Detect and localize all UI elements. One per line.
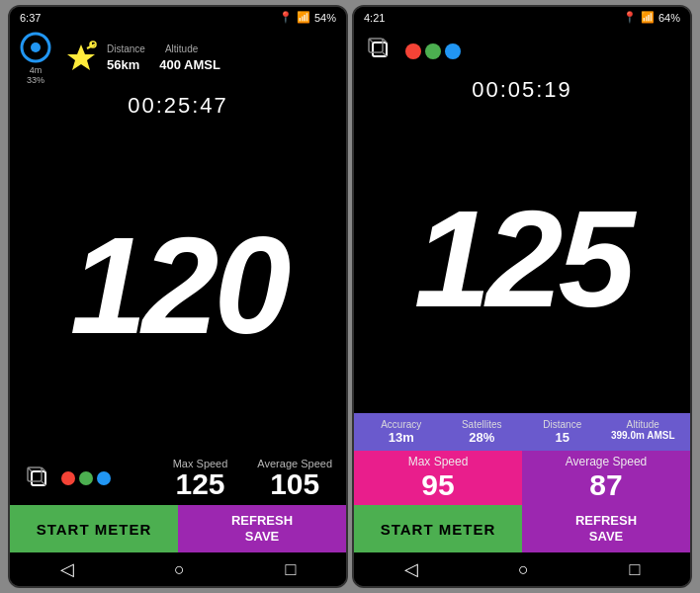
speed-stats-2: Max Speed 95 Average Speed 87 xyxy=(354,451,690,505)
status-bar-2: 4:21 📍 📶 64% xyxy=(354,7,690,28)
timer-2: 00:05:19 xyxy=(354,75,690,105)
phone-1: 6:37 📍 📶 54% 4m 33% xyxy=(8,5,348,588)
avg-speed-stat-1: Average Speed 105 xyxy=(257,458,332,499)
location-icon-1: 📍 xyxy=(279,11,293,24)
red-dot xyxy=(61,471,75,485)
start-meter-button-2[interactable]: START METER xyxy=(354,505,522,552)
svg-marker-2 xyxy=(67,44,95,70)
back-icon-1[interactable]: ◁ xyxy=(60,558,74,580)
avg-speed-stat-2: Average Speed 87 xyxy=(522,451,690,505)
start-meter-button-1[interactable]: START METER xyxy=(10,505,178,552)
icons-col-1: 4m 33% xyxy=(20,32,51,85)
max-speed-stat-1: Max Speed 125 xyxy=(173,458,228,499)
distance-cell: Distance 15 xyxy=(523,419,602,445)
back-icon-2[interactable]: ◁ xyxy=(404,558,418,580)
satellite-icon-1 xyxy=(65,41,97,76)
action-buttons-2: START METER REFRESHSAVE xyxy=(354,505,690,552)
signal-icon-1: 📶 xyxy=(297,11,310,24)
speed-display-2: 125 xyxy=(354,105,690,413)
blue-dot xyxy=(97,471,111,485)
time-1: 6:37 xyxy=(20,12,41,24)
nav-bar-1: ◁ ○ □ xyxy=(10,552,346,586)
svg-point-1 xyxy=(31,42,41,52)
bottom-section-1: Max Speed 125 Average Speed 105 xyxy=(10,452,346,505)
recent-icon-1[interactable]: □ xyxy=(285,559,296,580)
accuracy-1: 4m 33% xyxy=(27,65,44,85)
home-icon-2[interactable]: ○ xyxy=(518,559,529,580)
icons-row-1 xyxy=(24,464,111,493)
red-dot-2 xyxy=(405,43,421,59)
speed-value-2: 125 xyxy=(414,190,631,328)
battery-2: 64% xyxy=(658,12,680,24)
accuracy-cell: Accuracy 13m xyxy=(362,419,441,445)
home-icon-1[interactable]: ○ xyxy=(174,559,185,580)
signal-icon-2: 📶 xyxy=(641,11,655,24)
action-buttons-1: START METER REFRESHSAVE xyxy=(10,505,346,552)
refresh-save-button-2[interactable]: REFRESHSAVE xyxy=(522,505,690,552)
status-bar-1: 6:37 📍 📶 54% xyxy=(10,7,346,28)
info-grid-2: Accuracy 13m Satellites 28% Distance 15 … xyxy=(354,413,690,451)
altitude-cell: Altitude 399.0m AMSL xyxy=(604,419,683,445)
distance-altitude-1: Distance Altitude 56km 400 AMSL xyxy=(107,42,220,74)
satellites-cell: Satellites 28% xyxy=(443,419,522,445)
speed-display-1: 120 xyxy=(10,119,346,452)
gps-icon xyxy=(20,32,51,63)
cube-icon xyxy=(24,464,53,493)
speed-value-1: 120 xyxy=(70,216,287,355)
top-info-2 xyxy=(354,28,690,75)
time-2: 4:21 xyxy=(364,12,385,24)
max-speed-stat-2: Max Speed 95 xyxy=(354,451,522,505)
recent-icon-2[interactable]: □ xyxy=(629,559,640,580)
timer-1: 00:25:47 xyxy=(10,89,346,119)
top-info-1: 4m 33% Distance Altitude 56km xyxy=(10,28,346,89)
bottom-stats-1: Max Speed 125 Average Speed 105 xyxy=(173,458,332,499)
location-icon-2: 📍 xyxy=(623,11,637,24)
green-dot xyxy=(79,471,93,485)
nav-bar-2: ◁ ○ □ xyxy=(354,552,690,586)
blue-dot-2 xyxy=(445,43,461,59)
green-dot-2 xyxy=(425,43,441,59)
rgb-dots-2 xyxy=(405,43,461,59)
battery-1: 54% xyxy=(314,12,336,24)
phone-2: 4:21 📍 📶 64% xyxy=(352,5,692,588)
cube-icon-2 xyxy=(364,34,395,69)
refresh-save-button-1[interactable]: REFRESHSAVE xyxy=(178,505,346,552)
rgb-dots-1 xyxy=(61,471,111,485)
